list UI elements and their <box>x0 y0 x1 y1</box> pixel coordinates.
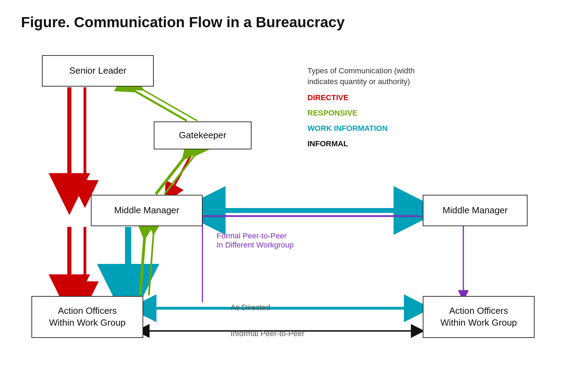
legend-informal: INFORMAL <box>307 136 415 151</box>
legend-work-info: WORK INFORMATION <box>307 121 415 136</box>
action-officers-left-box: Action Officers Within Work Group <box>31 296 143 338</box>
senior-leader-box: Senior Leader <box>42 55 154 87</box>
legend-directive: DIRECTIVE <box>307 90 415 105</box>
directive-arrow-gatekeeper-mm <box>169 150 194 194</box>
responsive-arrow-gatekeeper-senior-2 <box>138 87 197 121</box>
informal-peer-label: Informal Peer-to-Peer <box>231 329 305 338</box>
responsive-arrow-mm-gatekeeper <box>156 150 190 194</box>
main-title: Figure. Communication Flow in a Bureaucr… <box>21 14 567 31</box>
legend-responsive: RESPONSIVE <box>307 105 415 121</box>
responsive-ao-mm <box>140 227 145 295</box>
diagram-area: Types of Communication (width indicates … <box>21 45 567 359</box>
as-directed-label: As Directed <box>231 303 270 312</box>
gatekeeper-box: Gatekeeper <box>154 121 252 149</box>
responsive-ao-mm-2 <box>149 227 154 295</box>
legend: Types of Communication (width indicates … <box>307 66 415 151</box>
page-container: Figure. Communication Flow in a Bureaucr… <box>0 0 588 377</box>
action-officers-right-box: Action Officers Within Work Group <box>423 296 535 338</box>
legend-title: Types of Communication (width indicates … <box>307 66 415 87</box>
responsive-arrow-mm-gatekeeper-2 <box>165 150 199 194</box>
responsive-arrow-gatekeeper-senior <box>128 87 187 121</box>
purple-path-right <box>202 216 463 296</box>
middle-manager-left-box: Middle Manager <box>91 195 203 226</box>
formal-peer-label: Formal Peer-to-Peer In Different Workgro… <box>217 231 294 250</box>
middle-manager-right-box: Middle Manager <box>423 195 528 226</box>
